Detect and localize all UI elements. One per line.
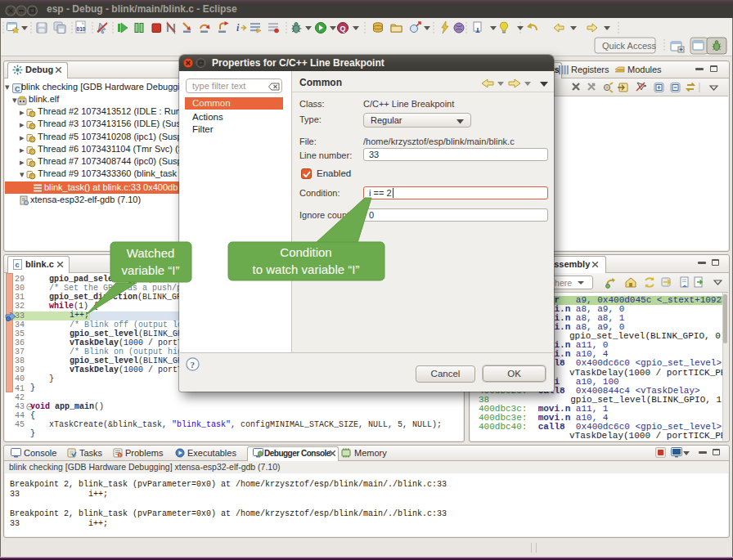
svg-text:i: i (236, 22, 240, 34)
svg-text:?: ? (191, 360, 196, 370)
svg-text:Q: Q (340, 25, 346, 33)
svg-text:010: 010 (77, 26, 86, 32)
svg-text:C: C (15, 85, 20, 93)
svg-text:c: c (16, 261, 20, 269)
svg-text:Quick Access: Quick Access (602, 41, 657, 51)
